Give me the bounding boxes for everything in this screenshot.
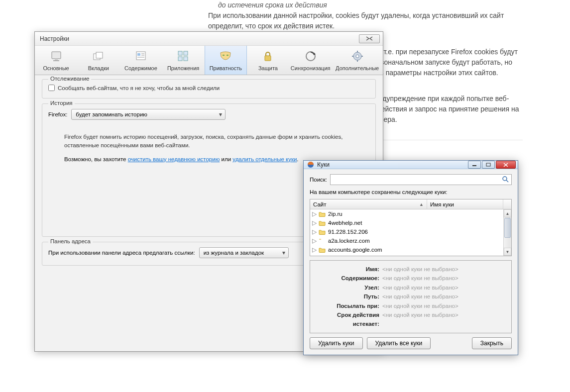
tab-privacy[interactable]: Приватность <box>205 46 247 75</box>
tab-apps[interactable]: Приложения <box>162 46 205 75</box>
delete-cookies-link[interactable]: удалить отдельные куки <box>232 156 297 162</box>
tree-expand-icon[interactable]: ▷ <box>312 219 317 226</box>
addressbar-dropdown[interactable]: из журнала и закладок <box>199 247 289 258</box>
addressbar-legend: Панель адреса <box>48 238 93 244</box>
cookies-footer: Удалить куки Удалить все куки Закрыть <box>310 337 512 349</box>
search-icon <box>502 176 509 184</box>
svg-point-28 <box>503 177 507 181</box>
cookies-minimize-button[interactable] <box>468 161 481 169</box>
settings-title: Настройки <box>40 35 69 42</box>
detail-name-value: <ни одной куки не выбрано> <box>382 265 458 274</box>
cookie-site-row[interactable]: ▷ accounts.google.com <box>310 245 511 254</box>
tab-sync[interactable]: Синхронизация <box>289 46 332 75</box>
history-legend: История <box>48 100 75 106</box>
tab-tabs[interactable]: Вкладки <box>77 46 119 75</box>
article-italic-1: до истечения срока их действия <box>218 0 552 10</box>
tracking-checkbox-row[interactable]: Сообщать веб-сайтам, что я не хочу, чтоб… <box>48 85 369 91</box>
svg-rect-16 <box>265 56 271 61</box>
monitor-icon <box>49 49 63 63</box>
tab-main[interactable]: Основные <box>35 46 77 75</box>
folder-icon <box>318 246 326 253</box>
folder-icon <box>318 237 326 244</box>
col-site-header[interactable]: Сайт ▲ <box>310 199 427 209</box>
detail-host-label: Узел: <box>315 283 382 292</box>
tracking-legend: Отслеживание <box>48 76 91 82</box>
minimize-icon <box>472 163 477 167</box>
maximize-icon <box>486 163 491 167</box>
cookies-titlebar[interactable]: Куки <box>304 161 518 169</box>
detail-host-value: <ни одной куки не выбрано> <box>382 283 458 292</box>
tracking-checkbox-label: Сообщать веб-сайтам, что я не хочу, чтоб… <box>58 85 220 91</box>
cookie-details: Имя:<ни одной куки не выбрано> Содержимо… <box>310 260 512 333</box>
scroll-up-icon[interactable]: ▲ <box>504 209 511 217</box>
detail-content-value: <ни одной куки не выбрано> <box>382 274 458 283</box>
history-desc: Firefox будет помнить историю посещений,… <box>64 133 369 150</box>
delete-cookie-button[interactable]: Удалить куки <box>310 337 363 349</box>
detail-path-value: <ни одной куки не выбрано> <box>382 292 458 301</box>
detail-name-label: Имя: <box>315 265 382 274</box>
cookie-site-row[interactable]: ▷ 4webhelp.net <box>310 218 511 227</box>
tree-expand-icon[interactable]: ▷ <box>312 237 317 244</box>
delete-all-cookies-button[interactable]: Удалить все куки <box>367 337 431 349</box>
cookies-close-button[interactable] <box>496 161 516 169</box>
scroll-down-icon[interactable]: ▼ <box>504 248 511 256</box>
cookie-site-row[interactable]: ▷ 2ip.ru <box>310 209 511 218</box>
sync-icon <box>304 49 318 63</box>
folder-icon <box>318 219 326 226</box>
svg-rect-2 <box>53 60 59 61</box>
svg-rect-6 <box>137 53 140 56</box>
cookie-site-row[interactable]: ▷ 91.228.152.206 <box>310 227 511 236</box>
svg-rect-11 <box>184 51 188 55</box>
svg-rect-1 <box>55 59 58 60</box>
settings-toolbar: Основные Вкладки Содержимое Приложения П… <box>35 46 383 75</box>
detail-expires-value: <ни одной куки не выбрано> <box>382 310 458 329</box>
tracking-fieldset: Отслеживание Сообщать веб-сайтам, что я … <box>42 79 376 98</box>
cookies-window: Куки Поиск: На вашем компьютере сохранен… <box>303 160 518 355</box>
scroll-thumb[interactable] <box>504 218 511 238</box>
detail-expires-label: Срок действия истекает: <box>315 310 382 329</box>
close-icon <box>366 36 373 41</box>
cookies-list-header: Сайт ▲ Имя куки <box>310 199 511 209</box>
tabs-icon <box>92 49 106 63</box>
history-mode-dropdown[interactable]: будет запоминать историю <box>71 109 226 120</box>
detail-send-label: Посылать при: <box>315 301 382 310</box>
clear-history-link[interactable]: очистить вашу недавнюю историю <box>128 156 220 162</box>
gear-icon <box>350 49 364 63</box>
svg-point-15 <box>227 55 228 56</box>
cookies-search-input[interactable] <box>330 174 512 185</box>
svg-rect-0 <box>52 52 61 59</box>
tracking-checkbox[interactable] <box>48 85 55 91</box>
svg-point-17 <box>306 52 315 61</box>
tree-expand-icon[interactable]: ▷ <box>312 228 317 235</box>
tree-expand-icon[interactable]: ▷ <box>312 210 317 217</box>
tree-expand-icon[interactable]: ▷ <box>312 246 317 253</box>
detail-send-value: <ни одной куки не выбрано> <box>382 301 458 310</box>
settings-close-button[interactable] <box>359 34 380 43</box>
col-name-header[interactable]: Имя куки <box>427 199 503 209</box>
sort-indicator-icon: ▲ <box>419 202 424 207</box>
article-p1: При использовании данной настройки, cook… <box>208 10 552 31</box>
history-label: Firefox: <box>48 111 67 117</box>
close-cookies-button[interactable]: Закрыть <box>472 337 512 349</box>
tab-advanced[interactable]: Дополнительные <box>332 46 383 75</box>
content-icon <box>134 49 148 63</box>
apps-icon <box>176 49 190 63</box>
addressbar-label: При использовании панели адреса предлага… <box>48 250 195 256</box>
cookies-scrollbar[interactable]: ▲ ▼ <box>503 209 511 256</box>
tab-content[interactable]: Содержимое <box>119 46 162 75</box>
svg-rect-4 <box>96 52 103 58</box>
svg-point-20 <box>356 55 359 58</box>
stored-label: На вашем компьютере сохранены следующие … <box>310 189 512 195</box>
tab-security[interactable]: Защита <box>247 46 289 75</box>
detail-content-label: Содержимое: <box>315 274 382 283</box>
svg-line-29 <box>506 180 508 182</box>
close-icon <box>503 163 509 167</box>
folder-icon <box>318 228 326 235</box>
settings-titlebar[interactable]: Настройки <box>35 32 383 46</box>
cookies-maximize-button[interactable] <box>482 161 495 169</box>
cookies-list: Сайт ▲ Имя куки ▷ 2ip.ru ▷ 4webhelp.net … <box>310 199 512 256</box>
lock-icon <box>261 49 275 63</box>
cookie-site-row[interactable]: ▷ a2a.lockerz.com <box>310 236 511 245</box>
mask-icon <box>219 49 232 63</box>
svg-rect-27 <box>486 163 490 166</box>
